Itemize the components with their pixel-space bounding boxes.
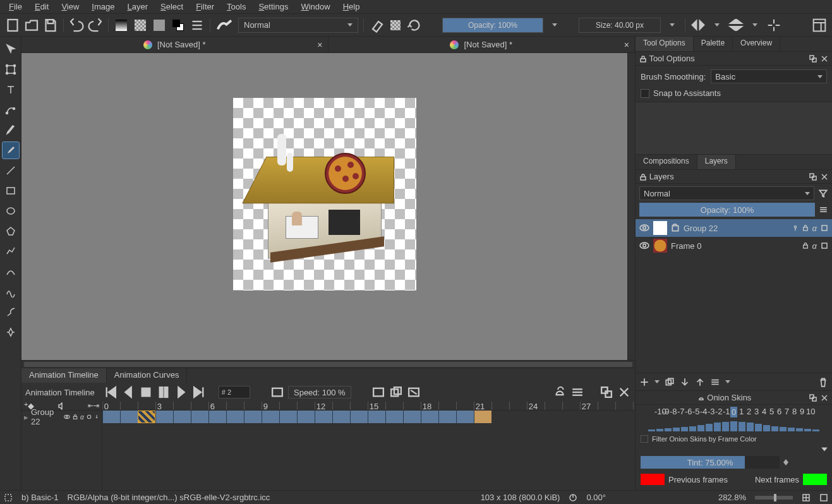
alpha-lock-button[interactable]: [388, 18, 403, 33]
new-button[interactable]: [5, 18, 20, 33]
redo-button[interactable]: [88, 18, 103, 33]
add-blank-frame-button[interactable]: [371, 385, 385, 399]
undo-button[interactable]: [69, 18, 84, 33]
timeline-track[interactable]: ▸ Group 22 α: [21, 411, 102, 423]
move-down-button[interactable]: [680, 377, 690, 387]
bezier-tool[interactable]: [2, 263, 20, 280]
document-tab-1[interactable]: [Not Saved] * ×: [21, 37, 329, 52]
lock-icon[interactable]: [802, 242, 809, 249]
brush-preset-button[interactable]: [215, 18, 234, 33]
document-tab-2[interactable]: [Not Saved] * ×: [329, 37, 636, 52]
status-colorspace[interactable]: RGB/Alpha (8-bit integer/ch...) sRGB-ell…: [68, 493, 270, 502]
blend-mode-combo[interactable]: Normal: [238, 18, 358, 33]
tab-compositions[interactable]: Compositions: [636, 155, 697, 169]
onion-frame-picker[interactable]: -10-9-8-7-6-5-4-3-2-1012345678910: [636, 405, 832, 433]
layer-opacity-slider[interactable]: Opacity: 100%: [639, 203, 815, 217]
menu-icon[interactable]: [819, 203, 828, 217]
reload-preset-button[interactable]: [407, 18, 422, 33]
edit-brush-button[interactable]: [190, 18, 205, 33]
zoom-toggle-icon[interactable]: ⇤⇥: [88, 402, 99, 410]
polygon-tool[interactable]: [2, 222, 20, 240]
lock-icon[interactable]: [802, 224, 809, 232]
tab-tool-options[interactable]: Tool Options: [636, 37, 694, 51]
move-up-button[interactable]: [695, 377, 705, 387]
horizontal-scrollbar[interactable]: [21, 360, 635, 368]
properties-button[interactable]: [710, 377, 720, 387]
tab-overview[interactable]: Overview: [733, 37, 780, 51]
expand-icon[interactable]: [821, 448, 828, 452]
shape-edit-tool[interactable]: [2, 101, 20, 119]
menu-window[interactable]: Window: [294, 1, 336, 13]
mirror-h-button[interactable]: [690, 18, 706, 33]
add-layer-button[interactable]: [639, 377, 649, 387]
freehand-tool[interactable]: [2, 283, 20, 301]
close-panel-button[interactable]: [617, 385, 631, 399]
size-slider[interactable]: Size: 40.00 px: [579, 18, 661, 33]
mirror-h-options[interactable]: [709, 18, 725, 33]
polyline-tool[interactable]: [2, 243, 20, 260]
menu-file[interactable]: File: [3, 1, 28, 13]
move-tool[interactable]: [2, 40, 20, 58]
inherit-alpha-icon[interactable]: [821, 242, 828, 249]
pause-button[interactable]: [157, 385, 171, 399]
brush-smoothing-combo[interactable]: Basic: [711, 69, 827, 83]
workspace-button[interactable]: [812, 18, 827, 33]
size-spinner[interactable]: [665, 18, 680, 33]
close-icon[interactable]: [821, 394, 828, 402]
tab-palette[interactable]: Palette: [694, 37, 733, 51]
prev-frame-button[interactable]: [121, 385, 135, 399]
grid-icon[interactable]: [802, 493, 811, 502]
eye-icon[interactable]: [639, 242, 649, 249]
fgbg-button[interactable]: [171, 18, 186, 33]
calligraphy-tool[interactable]: [2, 121, 20, 139]
menu-help[interactable]: Help: [337, 1, 366, 13]
close-icon[interactable]: [821, 55, 828, 63]
tint-slider[interactable]: Tint: 75.00%: [641, 456, 780, 469]
add-layer-menu[interactable]: [654, 380, 660, 383]
select-icon[interactable]: [4, 493, 13, 502]
tab-animation-curves[interactable]: Animation Curves: [107, 368, 188, 383]
canvas[interactable]: [21, 53, 627, 360]
last-frame-button[interactable]: [192, 385, 206, 399]
rotation-icon[interactable]: [569, 493, 577, 502]
close-tab-icon[interactable]: ×: [317, 40, 322, 50]
float-icon[interactable]: [809, 394, 817, 402]
ellipse-tool[interactable]: [2, 202, 20, 220]
properties-menu[interactable]: [725, 380, 730, 383]
opacity-spinner[interactable]: [547, 18, 562, 33]
layer-blend-combo[interactable]: Normal: [639, 186, 814, 200]
menu-layer[interactable]: Layer: [121, 1, 154, 13]
status-profile[interactable]: b) Basic-1: [21, 493, 59, 502]
rectangle-tool[interactable]: [2, 182, 20, 200]
next-color-swatch[interactable]: [803, 474, 827, 485]
current-frame-input[interactable]: # 2: [219, 386, 250, 399]
pattern-button[interactable]: [133, 18, 148, 33]
play-button[interactable]: [174, 385, 188, 399]
inherit-alpha-icon[interactable]: [821, 224, 828, 232]
eye-icon[interactable]: [639, 224, 649, 231]
pin-icon[interactable]: [792, 225, 799, 231]
wrap-button[interactable]: [766, 18, 781, 33]
menu-image[interactable]: Image: [85, 1, 121, 13]
onion-track-icon[interactable]: [87, 414, 92, 419]
float-icon[interactable]: [809, 173, 817, 181]
tab-animation-timeline[interactable]: Animation Timeline: [21, 368, 107, 383]
dynamic-brush-tool[interactable]: [2, 303, 20, 321]
tab-layers[interactable]: Layers: [697, 155, 736, 169]
layer-group-22[interactable]: Group 22 α: [636, 219, 832, 237]
lock-icon[interactable]: [73, 413, 78, 421]
float-icon[interactable]: [809, 55, 817, 63]
eraser-toggle[interactable]: [369, 18, 384, 33]
snap-checkbox[interactable]: Snap to Assistants: [641, 88, 827, 98]
transform-tool[interactable]: [2, 61, 20, 78]
timeline-menu-button[interactable]: [570, 385, 584, 399]
layer-frame-0[interactable]: Frame 0 α: [636, 237, 832, 255]
filter-icon[interactable]: [818, 186, 828, 200]
close-tab-icon[interactable]: ×: [624, 40, 629, 50]
eye-icon[interactable]: [64, 414, 70, 420]
fullscreen-icon[interactable]: [819, 493, 828, 502]
frame-ruler[interactable]: 0369121518212427: [102, 402, 651, 411]
solid-button[interactable]: [152, 18, 167, 33]
menu-settings[interactable]: Settings: [252, 1, 294, 13]
frames-row[interactable]: [102, 411, 651, 423]
